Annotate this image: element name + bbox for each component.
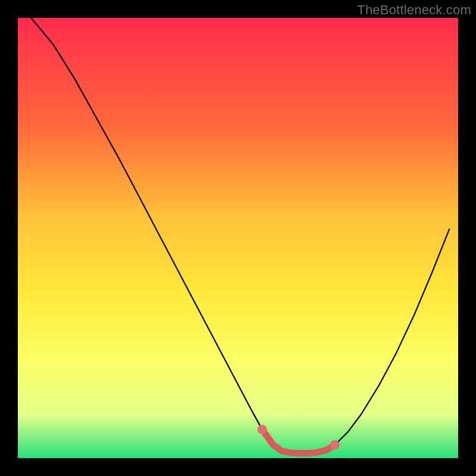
marker-endpoint: [258, 425, 267, 434]
marker-endpoint: [330, 440, 340, 450]
bottleneck-chart: [0, 0, 476, 476]
attribution-text: TheBottleneck.com: [357, 2, 471, 18]
plot-area: [18, 18, 458, 458]
chart-container: TheBottleneck.com: [0, 0, 476, 476]
